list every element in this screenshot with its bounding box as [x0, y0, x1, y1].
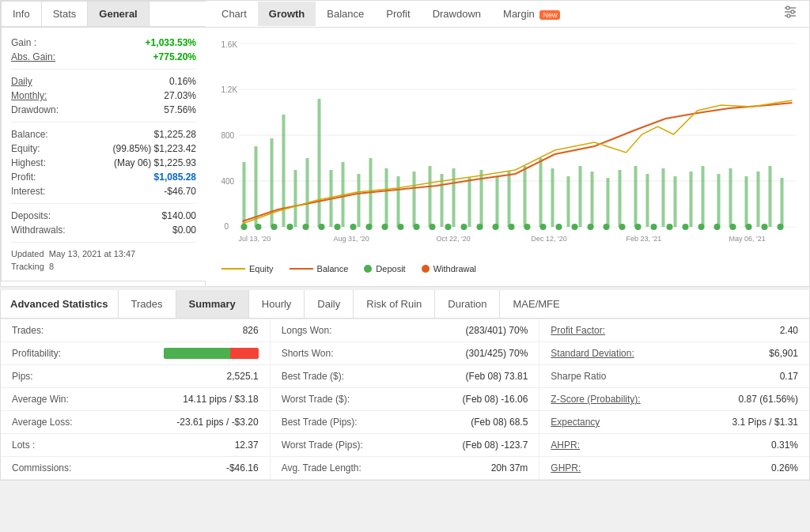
updated-label: Updated: [11, 249, 44, 258]
longs-won-label: Longs Won:: [282, 325, 332, 336]
gain-row: Gain : +1,033.53%: [11, 36, 196, 50]
interest-label: Interest:: [11, 186, 45, 197]
settings-icon[interactable]: [776, 1, 804, 27]
svg-point-75: [430, 224, 436, 230]
tab-chart[interactable]: Chart: [210, 2, 258, 26]
monthly-row: Monthly: 27.03%: [11, 89, 196, 103]
best-trade-dollar-label: Best Trade ($):: [282, 371, 344, 382]
svg-rect-47: [579, 166, 582, 227]
z-score-value: 0.87 (61.56%): [739, 394, 798, 405]
abs-gain-value: +775.20%: [153, 51, 196, 62]
svg-rect-26: [294, 170, 297, 227]
tracking-value: 8: [49, 262, 54, 271]
chart-svg: 1.6K 1.2K 800 400 0 Jul 13, '20 Aug 31, …: [214, 36, 801, 257]
svg-rect-51: [634, 166, 638, 227]
svg-point-93: [714, 224, 721, 230]
svg-rect-50: [619, 170, 622, 227]
tab-duration[interactable]: Duration: [434, 290, 499, 318]
stat-shorts-won: Shorts Won: (301/425) 70%: [271, 342, 539, 365]
svg-text:800: 800: [221, 131, 235, 140]
svg-rect-27: [306, 158, 309, 227]
drawdown-row: Drawdown: 57.56%: [11, 103, 196, 117]
svg-point-86: [604, 224, 610, 230]
drawdown-label: Drawdown:: [11, 104, 59, 115]
avg-loss-label: Average Loss:: [12, 417, 73, 428]
svg-rect-46: [567, 176, 570, 227]
deposit-label: Deposit: [376, 264, 405, 274]
svg-point-80: [509, 224, 515, 230]
trades-value: 826: [243, 325, 259, 336]
adv-tabs: Advanced Statistics Trades Summary Hourl…: [1, 290, 809, 319]
svg-text:Jul 13, '20: Jul 13, '20: [239, 235, 271, 243]
left-tabs: Info Stats General: [1, 1, 206, 27]
svg-rect-58: [729, 168, 732, 227]
tab-general[interactable]: General: [88, 2, 149, 26]
tab-margin[interactable]: Margin New: [492, 2, 571, 26]
svg-point-92: [698, 224, 705, 230]
highest-value: (May 06) $1,225.93: [114, 157, 196, 168]
z-score-label: Z-Score (Probability):: [551, 394, 640, 405]
tab-risk-of-ruin[interactable]: Risk of Ruin: [353, 290, 434, 318]
profitability-bar: [164, 348, 259, 359]
tab-summary[interactable]: Summary: [176, 290, 248, 318]
deposits-row: Deposits: $140.00: [11, 209, 196, 223]
svg-rect-45: [551, 168, 555, 227]
svg-rect-41: [496, 176, 499, 227]
stat-sharpe-ratio: Sharpe Ratio 0.17: [539, 365, 809, 388]
stat-pips: Pips: 2,525.1: [1, 365, 270, 388]
svg-rect-28: [318, 99, 321, 227]
tab-trades[interactable]: Trades: [118, 290, 176, 318]
stat-best-trade-dollar: Best Trade ($): (Feb 08) 73.81: [271, 365, 539, 388]
pips-value: 2,525.1: [227, 371, 259, 382]
chart-legend: Equity Balance Deposit Withdrawal: [214, 259, 801, 278]
svg-text:Feb 23, '21: Feb 23, '21: [626, 235, 662, 243]
highest-row: Highest: (May 06) $1,225.93: [11, 156, 196, 170]
tab-info[interactable]: Info: [2, 2, 42, 26]
abs-gain-row: Abs. Gain: +775.20%: [11, 50, 196, 64]
stat-z-score: Z-Score (Probability): 0.87 (61.56%): [539, 388, 809, 411]
sharpe-ratio-label: Sharpe Ratio: [551, 371, 606, 382]
svg-text:Oct 22, '20: Oct 22, '20: [437, 235, 471, 243]
avg-trade-length-label: Avg. Trade Length:: [282, 462, 361, 474]
tab-stats[interactable]: Stats: [42, 2, 89, 26]
left-panel: Info Stats General Gain : +1,033.53% Abs…: [0, 0, 206, 287]
stat-profitability: Profitability:: [1, 342, 270, 365]
commissions-value: -$46.16: [226, 462, 259, 474]
tracking-label: Tracking: [11, 262, 44, 271]
svg-point-81: [524, 224, 531, 230]
svg-point-91: [683, 224, 689, 230]
tab-hourly[interactable]: Hourly: [248, 290, 305, 318]
stat-std-deviation: Standard Deviation: $6,901: [539, 342, 809, 365]
tab-growth[interactable]: Growth: [258, 2, 316, 26]
tab-drawdown[interactable]: Drawdown: [422, 2, 492, 26]
worst-trade-dollar-label: Worst Trade ($):: [282, 394, 350, 405]
svg-point-74: [414, 224, 420, 230]
tab-profit[interactable]: Profit: [375, 2, 421, 26]
updated-value: May 13, 2021 at 13:47: [49, 249, 135, 258]
interest-value: -$46.70: [164, 186, 196, 197]
tab-balance[interactable]: Balance: [316, 2, 375, 26]
svg-point-82: [540, 224, 547, 230]
svg-rect-48: [591, 172, 594, 227]
balance-line: [290, 268, 313, 270]
shorts-won-label: Shorts Won:: [282, 348, 334, 359]
balance-row: Balance: $1,225.28: [11, 127, 196, 141]
profit-row: Profit: $1,085.28: [11, 170, 196, 184]
trades-label: Trades:: [12, 325, 44, 336]
svg-text:400: 400: [221, 177, 235, 186]
svg-rect-44: [539, 158, 543, 227]
top-section: Info Stats General Gain : +1,033.53% Abs…: [0, 0, 810, 287]
chart-tabs: Chart Growth Balance Profit Drawdown Mar…: [206, 1, 809, 28]
updated-row: Updated May 13, 2021 at 13:47: [11, 247, 196, 260]
svg-text:0: 0: [225, 222, 229, 231]
stat-expectancy: Expectancy 3.1 Pips / $1.31: [539, 411, 809, 434]
balance-label: Balance:: [11, 129, 48, 140]
tab-mae-mfe[interactable]: MAE/MFE: [499, 290, 572, 318]
stats-col-2: Longs Won: (283/401) 70% Shorts Won: (30…: [271, 319, 540, 480]
tab-daily[interactable]: Daily: [304, 290, 353, 318]
svg-point-63: [241, 224, 248, 230]
svg-rect-60: [757, 172, 760, 227]
stat-trades: Trades: 826: [1, 319, 270, 342]
svg-text:May 06, '21: May 06, '21: [729, 235, 766, 243]
avg-loss-value: -23.61 pips / -$3.20: [176, 417, 258, 428]
